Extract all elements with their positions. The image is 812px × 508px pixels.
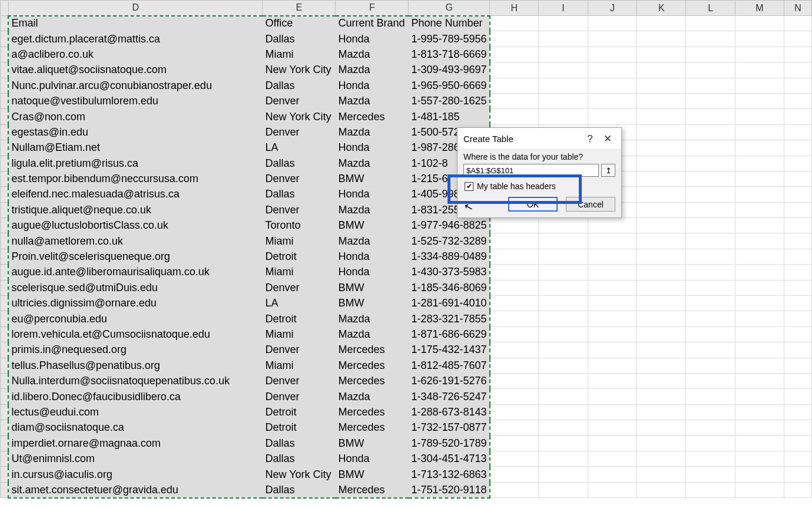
cell[interactable]: Current Brand [336,16,409,31]
cell[interactable] [539,218,588,233]
cell[interactable]: Miami [263,265,336,280]
cell[interactable] [539,296,588,311]
cell[interactable] [588,109,637,124]
cell[interactable] [490,373,539,388]
range-input[interactable] [463,164,599,177]
cell[interactable] [735,265,784,280]
row-number[interactable] [1,296,9,311]
cell[interactable] [686,311,735,326]
cell[interactable] [784,124,812,140]
cell[interactable] [490,451,539,466]
row-number[interactable] [1,93,9,108]
cell[interactable] [686,202,735,217]
cell[interactable] [539,326,588,342]
cell[interactable] [637,326,686,342]
cell[interactable] [588,389,637,404]
dialog-titlebar[interactable]: Create Table ? ✕ [458,128,621,149]
cell[interactable] [686,342,735,358]
cell[interactable]: Mazda [336,311,409,326]
cell[interactable] [490,280,539,295]
cell[interactable] [784,420,812,436]
row-number[interactable] [1,233,9,249]
column-header[interactable]: K [637,1,686,16]
cell[interactable] [735,389,784,404]
cell[interactable]: augue@luctuslobortisClass.co.uk [8,218,263,233]
cell[interactable] [686,16,735,31]
row-number[interactable] [1,171,9,186]
cell[interactable] [637,420,686,436]
cell[interactable] [784,311,812,326]
cell[interactable] [539,311,588,326]
cell[interactable]: natoque@vestibulumlorem.edu [8,93,263,108]
cell[interactable] [686,249,735,264]
cell[interactable] [735,404,784,420]
cell[interactable] [784,93,812,108]
column-header[interactable]: H [490,1,539,16]
cell[interactable]: BMW [336,436,409,451]
cell[interactable] [686,326,735,342]
cell[interactable] [784,202,812,217]
cell[interactable]: Mazda [336,62,409,78]
row-number[interactable] [1,202,9,217]
row-number[interactable] [1,109,9,124]
cell[interactable] [686,451,735,466]
cell[interactable]: Dallas [263,31,336,47]
cell[interactable] [539,78,588,93]
cell[interactable]: lectus@eudui.com [8,404,263,420]
cell[interactable] [735,140,784,156]
cell[interactable] [686,404,735,420]
cell[interactable] [686,389,735,404]
cell[interactable] [490,342,539,358]
cell[interactable] [784,78,812,93]
row-number[interactable] [1,47,9,62]
cell[interactable]: Mercedes [336,420,409,436]
cell[interactable] [735,373,784,388]
cell[interactable]: sit.amet.consectetuer@gravida.edu [8,482,263,497]
cell[interactable] [637,482,686,497]
cell[interactable] [686,187,735,202]
cell[interactable]: 1-348-726-5247 [409,389,490,404]
cell[interactable] [490,358,539,373]
cell[interactable] [637,16,686,31]
cell[interactable]: primis.in@nequesed.org [8,342,263,358]
cell[interactable] [735,436,784,451]
cell[interactable] [784,467,812,482]
row-number[interactable] [1,31,9,47]
cell[interactable] [735,202,784,217]
cell[interactable] [490,482,539,497]
cell[interactable] [637,156,686,171]
cell[interactable] [686,280,735,295]
cell[interactable] [588,296,637,311]
cell[interactable] [490,62,539,78]
cell[interactable]: 1-751-520-9118 [409,482,490,497]
cell[interactable] [490,233,539,249]
cell[interactable] [490,420,539,436]
cell[interactable] [637,233,686,249]
cell[interactable] [637,342,686,358]
cell[interactable] [686,124,735,140]
cell[interactable]: Detroit [263,404,336,420]
column-header[interactable]: F [336,1,409,16]
row-number[interactable] [1,249,9,264]
cell[interactable]: 1-304-451-4713 [409,451,490,466]
cell[interactable] [735,311,784,326]
cell[interactable] [735,451,784,466]
cell[interactable] [735,156,784,171]
cell[interactable] [784,156,812,171]
column-header[interactable] [1,1,9,16]
cell[interactable] [539,16,588,31]
cell[interactable] [637,62,686,78]
cell[interactable]: Dallas [263,78,336,93]
cell[interactable]: Detroit [263,420,336,436]
cell[interactable]: BMW [336,280,409,295]
cell[interactable] [735,16,784,31]
cell[interactable] [784,140,812,156]
cell[interactable]: 1-732-157-0877 [409,420,490,436]
cell[interactable] [588,16,637,31]
cell[interactable]: 1-281-691-4010 [409,296,490,311]
cell[interactable]: Dallas [263,436,336,451]
cell[interactable] [735,62,784,78]
cell[interactable]: Detroit [263,249,336,264]
cell[interactable] [490,326,539,342]
cell[interactable]: Denver [263,342,336,358]
